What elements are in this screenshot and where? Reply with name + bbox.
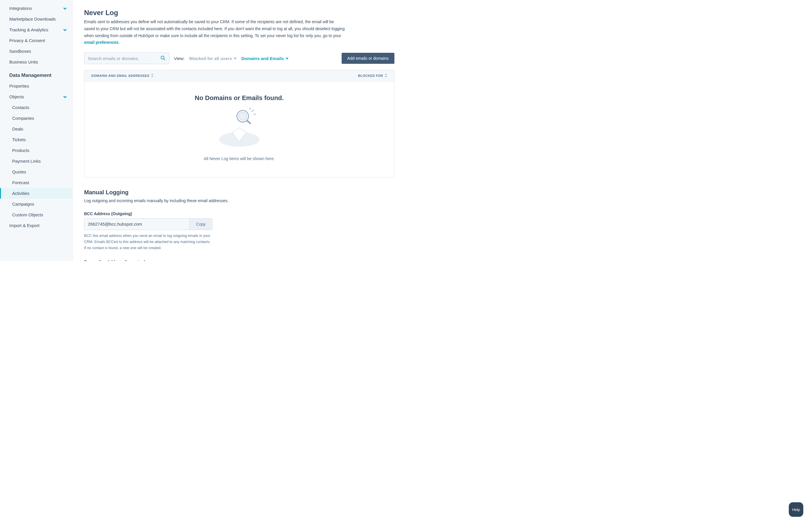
sidebar-item-label: Tickets bbox=[12, 137, 26, 142]
never-log-desc-text: Emails sent to addresses you define will… bbox=[84, 19, 345, 38]
add-emails-button[interactable]: Add emails or domains bbox=[342, 53, 394, 64]
sidebar-item-label: Marketplace Downloads bbox=[9, 17, 56, 21]
sidebar-item-label: Payment Links bbox=[12, 159, 41, 164]
sidebar-item-marketplace[interactable]: Marketplace Downloads bbox=[0, 14, 72, 24]
search-input[interactable] bbox=[88, 56, 160, 61]
never-log-table: Domains and Email Addresses Blocked For … bbox=[84, 70, 394, 178]
settings-sidebar: Integrations Marketplace Downloads Track… bbox=[0, 0, 73, 261]
th-domains[interactable]: Domains and Email Addresses bbox=[92, 74, 154, 78]
manual-logging-desc: Log outgoing and incoming emails manuall… bbox=[84, 198, 345, 204]
empty-state-illustration bbox=[216, 107, 262, 148]
sidebar-item-label: Deals bbox=[12, 126, 23, 132]
sidebar-item-tickets[interactable]: Tickets bbox=[0, 134, 72, 145]
search-box[interactable] bbox=[84, 53, 169, 64]
chevron-down-icon bbox=[63, 28, 67, 32]
sidebar-item-label: Activities bbox=[12, 191, 29, 196]
sidebar-item-label: Forecast bbox=[12, 180, 29, 185]
never-log-desc-tail: . bbox=[119, 40, 120, 45]
chevron-down-icon bbox=[63, 95, 67, 99]
bcc-address-field-group: Copy bbox=[84, 218, 212, 230]
sidebar-item-activities[interactable]: Activities bbox=[0, 188, 72, 199]
sidebar-item-label: Tracking & Analytics bbox=[9, 27, 48, 32]
never-log-controls: View: Blocked for all users Domains and … bbox=[84, 53, 394, 64]
sidebar-item-label: Privacy & Consent bbox=[9, 38, 45, 43]
svg-line-1 bbox=[164, 59, 165, 60]
chevron-down-icon bbox=[63, 6, 67, 11]
caret-down-icon bbox=[234, 56, 237, 61]
never-log-title: Never Log bbox=[84, 9, 394, 17]
sidebar-item-properties[interactable]: Properties bbox=[0, 81, 72, 92]
empty-state: No Domains or Emails found. All Never Lo… bbox=[84, 81, 394, 177]
bcc-address-label: BCC Address (Outgoing) bbox=[84, 212, 394, 216]
dropdown-label: Domains and Emails bbox=[241, 56, 284, 61]
caret-down-icon bbox=[286, 56, 288, 61]
sidebar-item-label: Integrations bbox=[9, 6, 32, 11]
bcc-help-text: BCC this email address when you send an … bbox=[84, 233, 212, 252]
copy-bcc-button[interactable]: Copy bbox=[189, 219, 212, 230]
filter-blocked-dropdown[interactable]: Blocked for all users bbox=[189, 56, 237, 61]
sidebar-item-label: Properties bbox=[9, 83, 29, 88]
table-header: Domains and Email Addresses Blocked For bbox=[84, 70, 394, 81]
sidebar-item-label: Quotes bbox=[12, 169, 26, 174]
sidebar-item-custom-objects[interactable]: Custom Objects bbox=[0, 209, 72, 220]
sidebar-item-products[interactable]: Products bbox=[0, 145, 72, 156]
svg-rect-5 bbox=[246, 120, 251, 124]
view-label: View: bbox=[174, 56, 184, 61]
th-blocked-for[interactable]: Blocked For bbox=[358, 74, 387, 78]
sidebar-item-label: Custom Objects bbox=[12, 212, 43, 217]
svg-line-8 bbox=[250, 107, 250, 110]
sidebar-item-label: Companies bbox=[12, 116, 34, 121]
svg-point-4 bbox=[239, 112, 247, 120]
sidebar-item-label: Products bbox=[12, 148, 29, 153]
search-icon[interactable] bbox=[160, 55, 166, 61]
svg-line-7 bbox=[253, 114, 256, 115]
sidebar-item-deals[interactable]: Deals bbox=[0, 123, 72, 134]
sidebar-item-objects[interactable]: Objects bbox=[0, 92, 72, 102]
sidebar-item-tracking[interactable]: Tracking & Analytics bbox=[0, 24, 72, 35]
sidebar-section-header: Data Management bbox=[0, 67, 72, 81]
dropdown-label: Blocked for all users bbox=[189, 56, 232, 61]
sidebar-item-label: Sandboxes bbox=[9, 49, 31, 54]
sidebar-item-label: Objects bbox=[9, 94, 24, 99]
sidebar-item-business-units[interactable]: Business Units bbox=[0, 57, 72, 67]
empty-state-title: No Domains or Emails found. bbox=[90, 94, 388, 102]
sidebar-item-contacts[interactable]: Contacts bbox=[0, 102, 72, 113]
sidebar-item-quotes[interactable]: Quotes bbox=[0, 166, 72, 177]
sidebar-item-campaigns[interactable]: Campaigns bbox=[0, 199, 72, 209]
filter-domains-dropdown[interactable]: Domains and Emails bbox=[241, 56, 288, 61]
sidebar-item-payment-links[interactable]: Payment Links bbox=[0, 156, 72, 166]
sort-icon bbox=[151, 74, 154, 78]
sidebar-item-forecast[interactable]: Forecast bbox=[0, 177, 72, 188]
never-log-description: Emails sent to addresses you define will… bbox=[84, 19, 345, 46]
th-label: Blocked For bbox=[358, 74, 383, 77]
th-label: Domains and Email Addresses bbox=[92, 74, 149, 77]
sidebar-item-label: Contacts bbox=[12, 105, 29, 110]
sidebar-item-label: Campaigns bbox=[12, 202, 34, 206]
sidebar-item-privacy[interactable]: Privacy & Consent bbox=[0, 35, 72, 46]
forwarding-address-label: Forwarding Address (Incoming) bbox=[84, 260, 394, 261]
sidebar-item-sandboxes[interactable]: Sandboxes bbox=[0, 46, 72, 57]
main-content: Never Log Emails sent to addresses you d… bbox=[73, 0, 406, 261]
svg-point-0 bbox=[161, 56, 164, 59]
manual-logging-title: Manual Logging bbox=[84, 189, 394, 196]
sidebar-item-integrations[interactable]: Integrations bbox=[0, 3, 72, 14]
sidebar-item-label: Business Units bbox=[9, 59, 38, 64]
email-preferences-link[interactable]: email preferences bbox=[84, 40, 119, 45]
bcc-address-input[interactable] bbox=[84, 219, 189, 230]
sidebar-item-label: Import & Export bbox=[9, 223, 39, 228]
sort-icon bbox=[385, 74, 387, 78]
sidebar-item-companies[interactable]: Companies bbox=[0, 113, 72, 123]
svg-line-6 bbox=[251, 110, 254, 112]
sidebar-item-import-export[interactable]: Import & Export bbox=[0, 220, 72, 231]
empty-state-subtext: All Never Log items will be shown here. bbox=[90, 156, 388, 161]
